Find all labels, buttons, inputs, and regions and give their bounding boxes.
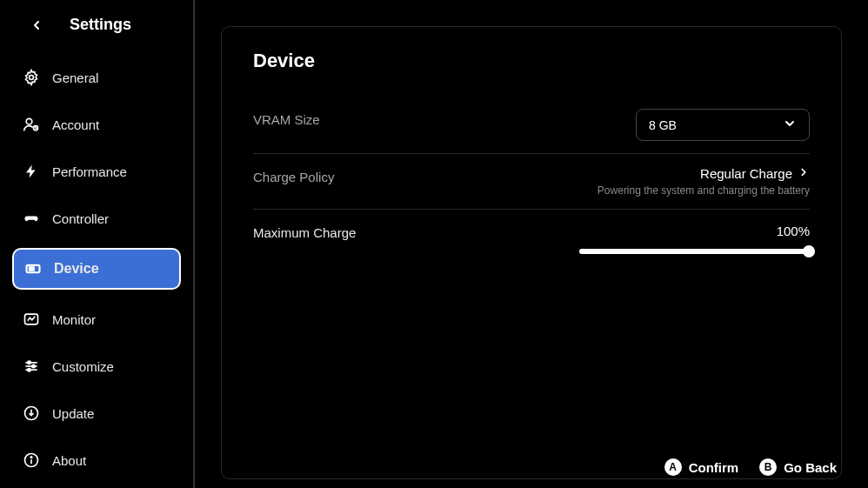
charge-policy-row: Charge Policy Regular Charge Powering th…: [253, 154, 810, 210]
sidebar-item-about[interactable]: About: [12, 443, 181, 478]
sidebar-item-label: Update: [52, 406, 94, 421]
sidebar-item-update[interactable]: Update: [12, 396, 181, 431]
svg-rect-4: [30, 267, 34, 270]
controller-icon: [23, 210, 40, 227]
vram-value: 8 GB: [649, 118, 677, 132]
vram-dropdown[interactable]: 8 GB: [636, 109, 810, 141]
account-icon: [23, 116, 40, 133]
slider-fill: [579, 249, 810, 254]
max-charge-label: Maximum Charge: [253, 222, 356, 240]
sidebar-item-performance[interactable]: Performance: [12, 154, 181, 189]
max-charge-row: Maximum Charge 100%: [253, 210, 810, 271]
back-hint: B Go Back: [759, 458, 837, 476]
sidebar-item-account[interactable]: Account: [12, 107, 181, 142]
charge-policy-label: Charge Policy: [253, 166, 334, 184]
confirm-label: Confirm: [689, 460, 739, 475]
sidebar-item-controller[interactable]: Controller: [12, 201, 181, 236]
panel-title: Device: [253, 50, 810, 72]
sidebar-item-label: Customize: [52, 359, 114, 374]
sidebar-item-customize[interactable]: Customize: [12, 349, 181, 384]
charge-policy-value: Regular Charge: [700, 166, 792, 181]
sidebar-item-label: Performance: [52, 164, 127, 179]
info-icon: [23, 451, 40, 469]
sidebar-item-label: Monitor: [52, 312, 96, 327]
device-panel: Device VRAM Size 8 GB Charge Policy Regu…: [221, 26, 842, 479]
bolt-icon: [23, 163, 40, 180]
sidebar-item-label: Controller: [52, 211, 109, 226]
charge-policy-link[interactable]: Regular Charge: [700, 166, 810, 181]
svg-point-0: [30, 76, 34, 80]
sidebar-item-label: Account: [52, 117, 99, 132]
sidebar-item-device[interactable]: Device: [12, 248, 181, 290]
b-button-icon: B: [759, 458, 777, 476]
footer-hints: A Confirm B Go Back: [664, 458, 837, 476]
svg-point-11: [28, 369, 30, 371]
device-icon: [24, 260, 42, 277]
svg-point-10: [32, 364, 35, 367]
nav-list: General Account Performance Controller D…: [0, 50, 193, 478]
chevron-right-icon: [798, 166, 810, 181]
svg-point-1: [26, 118, 32, 124]
back-icon[interactable]: [28, 17, 45, 34]
svg-point-9: [28, 361, 30, 364]
sidebar-header: Settings: [0, 0, 193, 50]
confirm-hint: A Confirm: [664, 458, 739, 476]
update-icon: [23, 404, 40, 422]
sidebar-item-monitor[interactable]: Monitor: [12, 302, 181, 337]
vram-label: VRAM Size: [253, 109, 320, 127]
sliders-icon: [23, 358, 40, 375]
a-button-icon: A: [664, 458, 682, 476]
svg-point-15: [30, 457, 32, 458]
sidebar-item-label: About: [52, 453, 86, 468]
max-charge-slider[interactable]: [579, 249, 810, 254]
max-charge-value: 100%: [777, 224, 810, 238]
slider-thumb[interactable]: [803, 245, 815, 257]
main-content: Device VRAM Size 8 GB Charge Policy Regu…: [195, 0, 868, 488]
sidebar-item-general[interactable]: General: [12, 60, 181, 95]
sidebar-item-label: General: [52, 70, 98, 85]
sidebar-item-label: Device: [54, 261, 99, 277]
page-title: Settings: [70, 16, 131, 34]
back-label: Go Back: [784, 460, 837, 475]
chevron-down-icon: [783, 117, 797, 133]
vram-row: VRAM Size 8 GB: [253, 97, 810, 154]
gear-icon: [23, 69, 40, 86]
monitor-icon: [23, 311, 40, 328]
sidebar: Settings General Account Performance Con…: [0, 0, 195, 488]
charge-policy-description: Powering the system and charging the bat…: [598, 184, 810, 197]
